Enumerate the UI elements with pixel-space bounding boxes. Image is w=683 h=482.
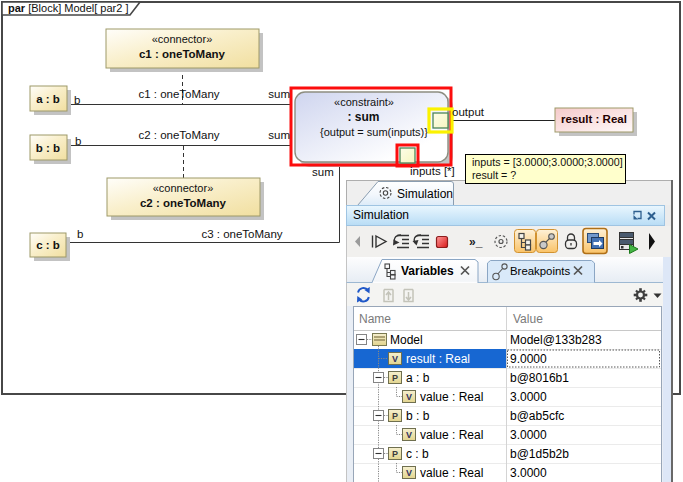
- svg-text:: sum: : sum: [347, 110, 379, 124]
- svg-text:b: b: [75, 135, 81, 147]
- svg-text:V: V: [406, 392, 412, 402]
- svg-text:b@1d5b2b: b@1d5b2b: [510, 447, 569, 461]
- svg-text:inputs [*]: inputs [*]: [410, 165, 455, 177]
- svg-text:output: output: [452, 106, 485, 118]
- svg-text:result = ?: result = ?: [472, 169, 516, 181]
- svg-text:Breakpoints: Breakpoints: [510, 265, 570, 277]
- svg-text:c1 : oneToMany: c1 : oneToMany: [139, 48, 226, 60]
- svg-text:c2 : oneToMany: c2 : oneToMany: [140, 197, 227, 209]
- svg-text:c : b: c : b: [36, 239, 60, 251]
- svg-text:«connector»: «connector»: [153, 182, 214, 194]
- svg-text:3.0000: 3.0000: [510, 466, 547, 480]
- svg-text:sum: sum: [268, 88, 290, 100]
- svg-text:V: V: [406, 468, 412, 478]
- svg-text:{output = sum(inputs)}: {output = sum(inputs)}: [320, 126, 428, 138]
- svg-text:b : b: b : b: [36, 142, 60, 154]
- svg-text:a : b: a : b: [36, 93, 60, 105]
- svg-text:«connector»: «connector»: [152, 33, 213, 45]
- svg-text:3.0000: 3.0000: [510, 390, 547, 404]
- svg-text:Model@133b283: Model@133b283: [510, 333, 602, 347]
- svg-text:Name: Name: [359, 312, 391, 326]
- svg-text:b@8016b1: b@8016b1: [510, 371, 569, 385]
- svg-text:value : Real: value : Real: [420, 466, 483, 480]
- svg-text:value : Real: value : Real: [420, 390, 483, 404]
- svg-text:3.0000: 3.0000: [510, 428, 547, 442]
- svg-text:P: P: [392, 411, 398, 421]
- svg-text:b@ab5cfc: b@ab5cfc: [510, 409, 564, 423]
- svg-text:sum: sum: [268, 129, 290, 141]
- svg-text:Value: Value: [513, 312, 543, 326]
- svg-text:»_: »_: [469, 235, 483, 249]
- svg-text:a : b: a : b: [406, 371, 430, 385]
- svg-text:c3 : oneToMany: c3 : oneToMany: [201, 228, 282, 240]
- svg-text:9.0000: 9.0000: [510, 352, 547, 366]
- svg-text:«constraint»: «constraint»: [334, 96, 394, 108]
- svg-text:b: b: [77, 228, 83, 240]
- svg-text:inputs = [3.0000;3.0000;3.0000: inputs = [3.0000;3.0000;3.0000]: [472, 156, 623, 168]
- svg-text:b: b: [74, 94, 80, 106]
- svg-text:value : Real: value : Real: [420, 428, 483, 442]
- svg-text:c2 : oneToMany: c2 : oneToMany: [138, 129, 219, 141]
- svg-text:V: V: [406, 430, 412, 440]
- svg-text:sum: sum: [312, 166, 334, 178]
- svg-text:result : Real: result : Real: [561, 113, 627, 125]
- svg-text:c1 : oneToMany: c1 : oneToMany: [138, 88, 219, 100]
- svg-text:V: V: [392, 354, 398, 364]
- svg-text:Model: Model: [390, 333, 423, 347]
- svg-text:result : Real: result : Real: [406, 352, 470, 366]
- svg-text:par [Block] Model[ par2 ]: par [Block] Model[ par2 ]: [8, 2, 128, 14]
- svg-text:P: P: [392, 373, 398, 383]
- svg-text:Variables: Variables: [401, 264, 454, 278]
- svg-text:Simulation: Simulation: [397, 187, 453, 201]
- svg-text:P: P: [392, 449, 398, 459]
- svg-text:c : b: c : b: [406, 447, 429, 461]
- svg-text:b : b: b : b: [406, 409, 430, 423]
